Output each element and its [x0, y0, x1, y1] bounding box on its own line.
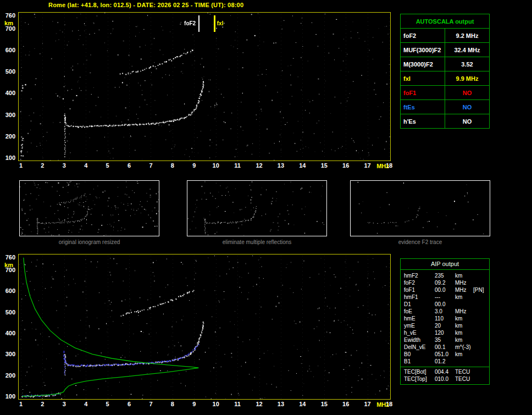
- x-tick-label: 3: [63, 163, 66, 169]
- autoscala-row-value: 32.4 MHz: [445, 43, 490, 57]
- x-axis-unit-label: MHz: [376, 163, 389, 169]
- aip-row: foF209.2MHz: [404, 279, 487, 286]
- aip-cell-unit: m^(-3): [455, 344, 473, 351]
- autoscala-screen: Rome (lat: +41.8, lon: 012.5) - DATE: 20…: [0, 0, 532, 415]
- aip-cell-unit: km: [455, 315, 473, 322]
- y-tick-label: 500: [5, 309, 15, 315]
- aip-tec-row: TEC[Top]010.0TECU: [404, 375, 487, 383]
- autoscala-row-value: NO: [445, 100, 490, 114]
- aip-cell-value: 09.2: [435, 279, 455, 286]
- y-tick-label: 300: [5, 351, 15, 357]
- x-tick-label: 10: [213, 401, 219, 407]
- aip-cell-extra: [473, 301, 487, 308]
- aip-row: B0051.0km: [404, 351, 487, 358]
- x-tick-label: 7: [149, 163, 152, 169]
- y-tick-label: 760: [5, 13, 15, 19]
- autoscala-row: foF29.2 MHz: [401, 29, 490, 43]
- x-tick-label: 8: [171, 401, 174, 407]
- aip-cell-extra: [473, 272, 487, 279]
- y-tick-label: 200: [5, 372, 15, 378]
- thumb-multiple-reflections-caption: eliminate multiple reflections: [187, 239, 327, 245]
- x-tick-label: 12: [256, 163, 262, 169]
- aip-cell-value: 00.1: [435, 344, 455, 351]
- aip-cell-name: foF2: [404, 279, 435, 286]
- ionogram-profile-plot: 7607006005004003002001001234567891011121…: [18, 254, 391, 400]
- autoscala-table-header: AUTOSCALA output: [401, 14, 490, 29]
- autoscala-row: fxI9.9 MHz: [401, 71, 490, 86]
- x-tick-label: 15: [321, 163, 328, 169]
- aip-cell-unit: MHz: [455, 286, 473, 294]
- aip-cell-name: hmE: [404, 315, 435, 322]
- x-tick-label: 7: [149, 401, 152, 407]
- autoscala-output-table: AUTOSCALA output foF29.2 MHzMUF(3000)F23…: [400, 14, 490, 129]
- thumb-f2-evidence-canvas: [350, 180, 490, 236]
- y-tick-label: 300: [5, 112, 15, 118]
- x-tick-label: 4: [84, 163, 87, 169]
- autoscala-row-label: ftEs: [401, 100, 445, 114]
- aip-cell-value: 110: [435, 315, 455, 322]
- aip-row: hmE110km: [404, 315, 487, 322]
- x-tick-label: 9: [192, 401, 196, 407]
- y-tick-label: 100: [5, 155, 15, 161]
- x-tick-label: 2: [41, 401, 44, 407]
- aip-cell-unit: km: [455, 336, 473, 344]
- y-tick-label: 100: [5, 394, 15, 400]
- aip-cell-extra: [473, 358, 487, 365]
- aip-tec-cell-name: TEC[Bot]: [404, 368, 435, 375]
- aip-row: D100.0: [404, 301, 487, 308]
- aip-cell-value: 120: [435, 329, 455, 336]
- aip-tec-cell-unit: TECU: [455, 368, 487, 375]
- aip-cell-unit: km: [455, 272, 473, 279]
- aip-cell-extra: [473, 315, 487, 322]
- aip-row: ymE20km: [404, 322, 487, 329]
- x-tick-label: 1: [19, 401, 23, 407]
- aip-cell-value: ---: [435, 294, 455, 301]
- autoscala-row-value: 9.2 MHz: [445, 29, 490, 43]
- aip-cell-unit: km: [455, 294, 473, 301]
- aip-tec-cell-unit: TECU: [455, 375, 487, 383]
- y-tick-label: 760: [5, 254, 15, 261]
- autoscala-row: h'EsNO: [401, 114, 490, 129]
- autoscala-row-value: NO: [445, 86, 490, 100]
- x-tick-label: 3: [63, 401, 66, 407]
- ionogram-main-plot: 7607006005004003002001001234567891011121…: [18, 12, 391, 161]
- page-title: Rome (lat: +41.8, lon: 012.5) - DATE: 20…: [48, 2, 243, 8]
- y-tick-label: 500: [5, 69, 15, 75]
- aip-tec-row: TEC[Bot]004.4TECU: [404, 368, 487, 375]
- aip-cell-name: B1: [404, 358, 435, 365]
- aip-cell-value: 235: [435, 272, 455, 279]
- aip-cell-extra: [473, 351, 487, 358]
- x-tick-label: 6: [128, 401, 131, 407]
- y-tick-label: 400: [5, 330, 15, 336]
- aip-cell-unit: MHz: [455, 308, 473, 315]
- aip-cell-extra: [473, 322, 487, 329]
- aip-row: B101.2: [404, 358, 487, 365]
- thumb-multiple-reflections: eliminate multiple reflections: [187, 180, 327, 245]
- autoscala-table-body: foF29.2 MHzMUF(3000)F232.4 MHzM(3000)F23…: [401, 29, 490, 129]
- x-tick-label: 11: [234, 401, 241, 407]
- aip-cell-unit: km: [455, 322, 473, 329]
- x-axis-unit-label: MHz: [376, 401, 389, 408]
- aip-tec-cell-value: 010.0: [435, 375, 455, 383]
- aip-cell-name: foF1: [404, 286, 435, 294]
- x-tick-label: 16: [342, 401, 349, 407]
- aip-cell-unit: [455, 301, 473, 308]
- aip-cell-unit: km: [455, 329, 473, 336]
- autoscala-row-label: M(3000)F2: [401, 57, 445, 71]
- aip-cell-name: hmF2: [404, 272, 435, 279]
- aip-cell-extra: [473, 279, 487, 286]
- autoscala-row-value: 9.9 MHz: [445, 71, 490, 86]
- autoscala-row-label: MUF(3000)F2: [401, 43, 445, 57]
- aip-row: foE3.0MHz: [404, 308, 487, 315]
- y-tick-label: 400: [5, 90, 15, 96]
- aip-cell-extra: [473, 294, 487, 301]
- x-tick-label: 16: [342, 163, 349, 169]
- aip-cell-name: h_vE: [404, 329, 435, 336]
- fxI-marker-line: [214, 15, 215, 32]
- x-tick-label: 12: [256, 401, 262, 407]
- autoscala-row: M(3000)F23.52: [401, 57, 490, 71]
- x-tick-label: 14: [299, 163, 306, 169]
- aip-cell-value: 00.0: [435, 301, 455, 308]
- aip-cell-unit: MHz: [455, 279, 473, 286]
- autoscala-row: ftEsNO: [401, 100, 490, 114]
